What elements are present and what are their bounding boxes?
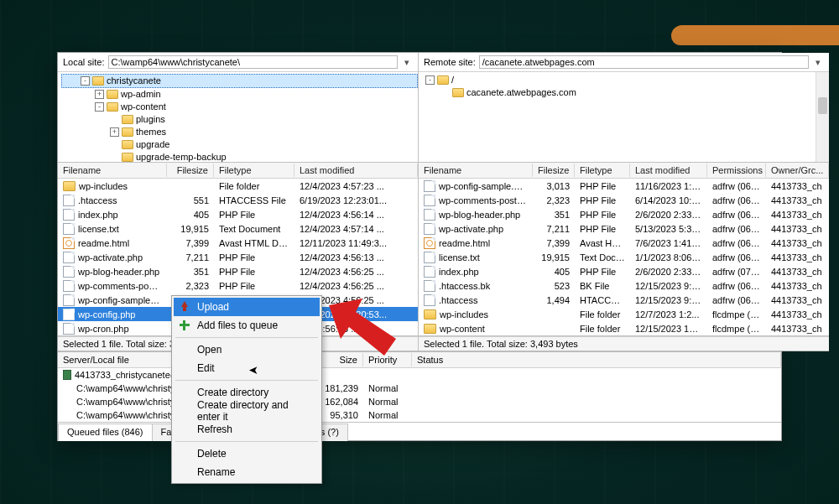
remote-list-body[interactable]: wp-config-sample.php3,013PHP File11/16/2…: [419, 179, 829, 336]
list-item[interactable]: index.php405PHP File12/4/2023 4:56:14 ..…: [58, 207, 418, 221]
queue-pane: Server/Local fileDire...SizePriorityStat…: [58, 351, 781, 440]
folder-icon: [122, 140, 133, 149]
list-item[interactable]: readme.html7,399Avast HTML Docu...12/11/…: [58, 236, 418, 250]
list-item[interactable]: wp-blog-header.php351PHP File12/4/2023 4…: [58, 264, 418, 278]
column-header[interactable]: Last modified: [294, 164, 418, 177]
list-item[interactable]: wp-adminFile folder12/7/2023 1:2...flcdm…: [419, 335, 829, 336]
file-icon: [424, 294, 435, 306]
column-header[interactable]: Filesize: [533, 164, 575, 177]
tab-queued[interactable]: Queued files (846): [58, 423, 153, 441]
list-item[interactable]: index.php405PHP File2/6/2020 2:33:1...ad…: [419, 264, 829, 278]
menu-item-create-directory-and-enter-it[interactable]: Create directory and enter it: [174, 402, 320, 420]
remote-tree[interactable]: -/+cacanete.atwebpages.com: [419, 72, 829, 163]
queue-item[interactable]: C:\wamp64\www\christyc...181,239Normal: [58, 382, 781, 395]
tree-item-label: wp-content: [121, 101, 166, 113]
folder-icon: [107, 90, 118, 99]
column-header[interactable]: Filetype: [575, 164, 630, 177]
expand-icon[interactable]: +: [95, 90, 104, 99]
menu-item-label: Delete: [197, 448, 227, 460]
collapse-icon[interactable]: -: [81, 76, 90, 86]
file-icon: [424, 252, 435, 263]
queue-server-row[interactable]: 4413733_christycanete@cac...: [58, 368, 781, 382]
list-item[interactable]: wp-contentFile folder12/15/2023 10:...fl…: [419, 321, 829, 335]
list-item[interactable]: .htaccess.bk523BK File12/15/2023 9:2...a…: [419, 278, 829, 293]
tree-item[interactable]: -/: [422, 74, 829, 86]
dropdown-icon[interactable]: ▾: [401, 57, 413, 68]
file-icon: [63, 280, 75, 292]
menu-item-open[interactable]: Open: [174, 340, 320, 359]
menu-item-rename[interactable]: Rename: [174, 463, 320, 481]
menu-item-edit[interactable]: Edit: [174, 359, 320, 377]
menu-item-label: Upload: [197, 301, 229, 313]
menu-item-label: Open: [197, 344, 221, 356]
column-header[interactable]: Filename: [58, 164, 167, 177]
menu-item-delete[interactable]: Delete: [174, 444, 320, 463]
file-icon: [424, 223, 435, 235]
expand-icon[interactable]: +: [110, 127, 119, 137]
column-header[interactable]: Owner/Grc...: [766, 164, 829, 177]
context-menu[interactable]: UploadAdd files to queueOpenEditCreate d…: [171, 295, 322, 484]
list-item[interactable]: license.txt19,915Text Docu...1/1/2023 8:…: [419, 250, 829, 264]
column-header[interactable]: Status: [412, 353, 781, 366]
list-item[interactable]: .htaccess1,494HTACCESS ...12/15/2023 9:2…: [419, 293, 829, 307]
column-header[interactable]: Filesize: [167, 164, 214, 177]
list-item[interactable]: wp-blog-header.php351PHP File2/6/2020 2:…: [419, 207, 829, 221]
remote-site-path[interactable]: [479, 55, 810, 69]
local-tree[interactable]: -christycanete+wp-admin-wp-content+plugi…: [58, 72, 418, 163]
column-header[interactable]: Priority: [363, 353, 412, 366]
column-header[interactable]: Filetype: [214, 164, 294, 177]
queue-tabs[interactable]: Queued files (846)Failed transfersSucces…: [58, 422, 781, 440]
tree-item[interactable]: +upgrade-temp-backup: [61, 151, 418, 163]
column-header[interactable]: Permissions: [707, 164, 766, 177]
folder-icon: [63, 181, 76, 191]
list-item[interactable]: readme.html7,399Avast HTM...7/6/2023 1:4…: [419, 236, 829, 250]
queue-item[interactable]: C:\wamp64\www\christyc...162,084Normal: [58, 395, 781, 408]
local-site-path[interactable]: [108, 55, 398, 69]
folder-icon: [107, 102, 118, 112]
collapse-icon[interactable]: -: [425, 75, 435, 85]
collapse-icon[interactable]: -: [95, 102, 104, 112]
scrollbar[interactable]: [816, 72, 829, 162]
column-header[interactable]: Last modified: [630, 164, 707, 177]
folder-icon: [437, 75, 449, 85]
folder-icon: [122, 153, 133, 162]
list-item[interactable]: license.txt19,915Text Document12/4/2023 …: [58, 221, 418, 236]
file-icon: [63, 266, 75, 278]
tree-item[interactable]: -wp-content: [61, 101, 418, 113]
tree-item[interactable]: +upgrade: [61, 138, 418, 151]
queue-header[interactable]: Server/Local fileDire...SizePriorityStat…: [58, 352, 781, 368]
queue-body[interactable]: 4413733_christycanete@cac...C:\wamp64\ww…: [58, 368, 781, 422]
tree-item[interactable]: -christycanete: [61, 74, 418, 88]
list-item[interactable]: wp-comments-post.php2,323PHP File12/4/20…: [58, 278, 418, 293]
tree-item-label: /: [451, 74, 454, 86]
queue-item[interactable]: C:\wamp64\www\christyc...95,310Normal: [58, 408, 781, 422]
tree-item[interactable]: +wp-admin: [61, 88, 418, 101]
list-item[interactable]: .htaccess551HTACCESS File6/19/2023 12:23…: [58, 193, 418, 207]
menu-item-add-files-to-queue[interactable]: Add files to queue: [174, 316, 320, 335]
tree-item[interactable]: +cacanete.atwebpages.com: [422, 86, 829, 99]
local-site-label: Local site:: [63, 57, 105, 67]
list-item[interactable]: wp-comments-post.p...2,323PHP File6/14/2…: [419, 193, 829, 207]
menu-item-upload[interactable]: Upload: [174, 298, 320, 316]
local-list-header[interactable]: FilenameFilesizeFiletypeLast modified: [58, 163, 418, 179]
menu-item-label: Add files to queue: [197, 320, 278, 331]
dropdown-icon[interactable]: ▾: [812, 57, 824, 68]
list-item[interactable]: wp-includesFile folder12/7/2023 1:2...fl…: [419, 307, 829, 321]
tree-item-label: upgrade: [136, 138, 169, 151]
file-icon: [424, 266, 435, 278]
tree-item[interactable]: +plugins: [61, 113, 418, 126]
folder-icon: [92, 76, 104, 86]
remote-list-header[interactable]: FilenameFilesizeFiletypeLast modifiedPer…: [419, 163, 829, 179]
list-item[interactable]: wp-includesFile folder12/4/2023 4:57:23 …: [58, 179, 418, 193]
file-icon: [424, 209, 435, 221]
tree-item[interactable]: +themes: [61, 126, 418, 138]
html-file-icon: [424, 237, 435, 249]
folder-icon: [452, 88, 464, 97]
add-icon: [179, 320, 190, 331]
list-item[interactable]: wp-config-sample.php3,013PHP File11/16/2…: [419, 179, 829, 193]
list-item[interactable]: wp-activate.php7,211PHP File12/4/2023 4:…: [58, 250, 418, 264]
server-icon: [63, 370, 71, 380]
menu-item-refresh[interactable]: Refresh: [174, 420, 320, 439]
list-item[interactable]: wp-activate.php7,211PHP File5/13/2023 5:…: [419, 221, 829, 236]
column-header[interactable]: Filename: [419, 164, 533, 177]
